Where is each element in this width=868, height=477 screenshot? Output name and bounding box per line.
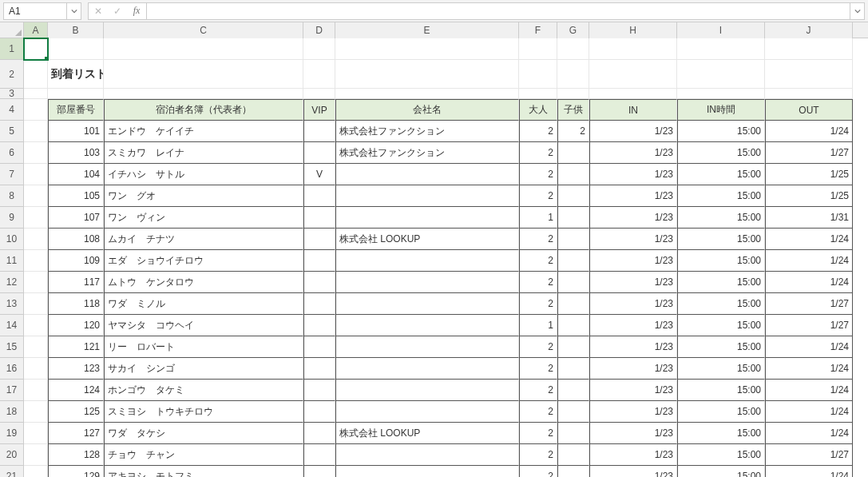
cell-in[interactable]: 1/23	[589, 250, 677, 272]
cell-adults[interactable]: 2	[519, 272, 557, 293]
cell-intime[interactable]: 15:00	[677, 380, 765, 401]
cell-out[interactable]: 1/24	[765, 380, 853, 401]
cell-in[interactable]: 1/23	[589, 272, 677, 293]
cell-children[interactable]	[557, 229, 589, 250]
cell[interactable]	[24, 185, 48, 207]
cell-room[interactable]: 108	[48, 229, 104, 250]
cell[interactable]	[765, 38, 853, 60]
cell[interactable]	[24, 358, 48, 380]
cell-vip[interactable]	[303, 142, 335, 164]
col-header-G[interactable]: G	[557, 22, 589, 38]
cell-company[interactable]	[335, 444, 519, 466]
cell-guest[interactable]: ワダ ミノル	[104, 293, 303, 315]
cell[interactable]	[557, 89, 589, 99]
fx-icon[interactable]: fx	[127, 3, 146, 19]
cell-guest[interactable]: ワダ タケシ	[104, 423, 303, 444]
row-header[interactable]: 18	[0, 401, 24, 423]
cell-guest[interactable]: アキヨシ モトフミ	[104, 466, 303, 477]
row-header[interactable]: 20	[0, 444, 24, 466]
cell-company[interactable]	[335, 315, 519, 336]
cell-adults[interactable]: 2	[519, 358, 557, 380]
cell-adults[interactable]: 2	[519, 164, 557, 185]
cell-adults[interactable]: 2	[519, 142, 557, 164]
cell-vip[interactable]	[303, 315, 335, 336]
cell[interactable]	[335, 38, 519, 60]
cell-children[interactable]	[557, 358, 589, 380]
cell-room[interactable]: 123	[48, 358, 104, 380]
cell-company[interactable]	[335, 164, 519, 185]
cell-out[interactable]: 1/24	[765, 401, 853, 423]
th-vip[interactable]: VIP	[303, 99, 335, 121]
cell[interactable]	[24, 272, 48, 293]
cell-children[interactable]	[557, 207, 589, 229]
col-header-H[interactable]: H	[589, 22, 677, 38]
row-header[interactable]: 4	[0, 99, 24, 121]
cell-vip[interactable]	[303, 401, 335, 423]
cell-company[interactable]	[335, 336, 519, 358]
cell[interactable]	[24, 121, 48, 142]
cell-vip[interactable]	[303, 185, 335, 207]
cell-guest[interactable]: エダ ショウイチロウ	[104, 250, 303, 272]
col-header-B[interactable]: B	[48, 22, 104, 38]
cell[interactable]	[24, 423, 48, 444]
cell-adults[interactable]: 1	[519, 315, 557, 336]
cell-guest[interactable]: エンドウ ケイイチ	[104, 121, 303, 142]
cell-adults[interactable]: 1	[519, 207, 557, 229]
cell[interactable]	[589, 38, 677, 60]
col-header-A[interactable]: A	[24, 22, 48, 38]
th-in[interactable]: IN	[589, 99, 677, 121]
cell-out[interactable]: 1/25	[765, 164, 853, 185]
cell[interactable]	[24, 164, 48, 185]
cell-out[interactable]: 1/27	[765, 444, 853, 466]
cell[interactable]	[24, 60, 48, 89]
cell-intime[interactable]: 15:00	[677, 250, 765, 272]
row-header[interactable]: 15	[0, 336, 24, 358]
cell-out[interactable]: 1/27	[765, 142, 853, 164]
cell-children[interactable]	[557, 380, 589, 401]
cell-intime[interactable]: 15:00	[677, 121, 765, 142]
cell[interactable]	[104, 89, 303, 99]
cell-company[interactable]: 株式会社ファンクション	[335, 142, 519, 164]
cell-out[interactable]: 1/27	[765, 293, 853, 315]
sheet-title[interactable]: 到着リスト	[48, 60, 104, 89]
cell-company[interactable]	[335, 466, 519, 477]
cell-adults[interactable]: 2	[519, 293, 557, 315]
cell-intime[interactable]: 15:00	[677, 229, 765, 250]
cell-guest[interactable]: ムトウ ケンタロウ	[104, 272, 303, 293]
cell-out[interactable]: 1/24	[765, 358, 853, 380]
cell-vip[interactable]	[303, 293, 335, 315]
cell[interactable]	[557, 60, 589, 89]
cell-guest[interactable]: チョウ チャン	[104, 444, 303, 466]
cell-in[interactable]: 1/23	[589, 164, 677, 185]
cell-out[interactable]: 1/25	[765, 185, 853, 207]
cell[interactable]	[24, 207, 48, 229]
cell-in[interactable]: 1/23	[589, 185, 677, 207]
cell[interactable]	[519, 60, 557, 89]
cell-vip[interactable]	[303, 207, 335, 229]
cell-adults[interactable]: 2	[519, 336, 557, 358]
cell-intime[interactable]: 15:00	[677, 164, 765, 185]
cell-company[interactable]	[335, 207, 519, 229]
cell-out[interactable]: 1/24	[765, 466, 853, 477]
cell-intime[interactable]: 15:00	[677, 272, 765, 293]
cell-room[interactable]: 120	[48, 315, 104, 336]
cell-intime[interactable]: 15:00	[677, 142, 765, 164]
cell-company[interactable]	[335, 401, 519, 423]
cell-guest[interactable]: スミヨシ トウキチロウ	[104, 401, 303, 423]
cell-in[interactable]: 1/23	[589, 336, 677, 358]
row-header[interactable]: 21	[0, 466, 24, 477]
cell-in[interactable]: 1/23	[589, 207, 677, 229]
cell-children[interactable]	[557, 423, 589, 444]
cell-intime[interactable]: 15:00	[677, 207, 765, 229]
cell-children[interactable]	[557, 293, 589, 315]
col-header-D[interactable]: D	[303, 22, 335, 38]
row-header[interactable]: 19	[0, 423, 24, 444]
name-box[interactable]: A1	[3, 2, 67, 20]
col-header-C[interactable]: C	[104, 22, 303, 38]
row-header[interactable]: 5	[0, 121, 24, 142]
cell-children[interactable]	[557, 250, 589, 272]
cell-in[interactable]: 1/23	[589, 380, 677, 401]
cell-adults[interactable]: 2	[519, 466, 557, 477]
cell-guest[interactable]: イチハシ サトル	[104, 164, 303, 185]
cell-guest[interactable]: ワン グオ	[104, 185, 303, 207]
